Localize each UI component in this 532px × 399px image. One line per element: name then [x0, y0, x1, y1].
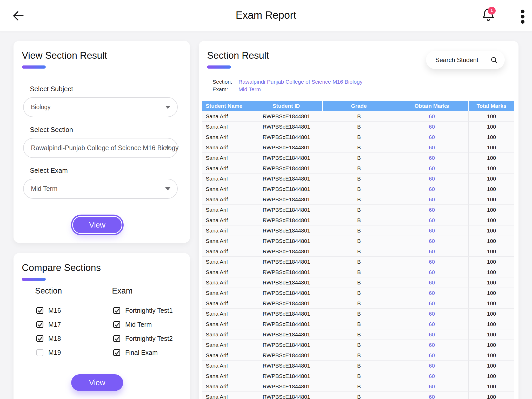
cell-obtain-marks[interactable]: 60 [395, 225, 469, 236]
table-row: Sana Arif RWPBScE1844801 B 60 100 [202, 246, 514, 257]
checkbox-row: Fortnightly Test1 [113, 307, 173, 314]
checkbox[interactable] [36, 349, 43, 356]
cell-obtain-marks[interactable]: 60 [395, 122, 469, 132]
cell-total-marks: 100 [469, 340, 514, 350]
cell-student-name: Sana Arif [202, 267, 250, 277]
cell-obtain-marks[interactable]: 60 [395, 205, 469, 215]
cell-grade: B [323, 267, 395, 277]
cell-obtain-marks[interactable]: 60 [395, 350, 469, 360]
checkbox[interactable] [36, 321, 43, 328]
cell-student-id: RWPBScE1844801 [250, 163, 323, 173]
cell-obtain-marks[interactable]: 60 [395, 236, 469, 246]
meta-value-link[interactable]: Mid Term [238, 85, 261, 93]
cell-obtain-marks[interactable]: 60 [395, 288, 469, 298]
checkbox-label: M16 [48, 307, 61, 314]
select-dropdown[interactable]: Mid Term [23, 179, 178, 199]
cell-grade: B [323, 350, 395, 360]
search-input[interactable] [435, 56, 490, 64]
cell-student-id: RWPBScE1844801 [250, 184, 323, 194]
cell-grade: B [323, 371, 395, 381]
select-field: Select Section Rawalpindi-Punjab College… [23, 126, 178, 158]
cell-grade: B [323, 236, 395, 246]
cell-obtain-marks[interactable]: 60 [395, 174, 469, 184]
cell-obtain-marks[interactable]: 60 [395, 298, 469, 308]
cell-obtain-marks[interactable]: 60 [395, 111, 469, 121]
cell-student-id: RWPBScE1844801 [250, 122, 323, 132]
cell-grade: B [323, 277, 395, 288]
cell-grade: B [323, 122, 395, 132]
cell-grade: B [323, 163, 395, 173]
cell-obtain-marks[interactable]: 60 [395, 215, 469, 225]
kebab-dot [521, 10, 524, 13]
table-row: Sana Arif RWPBScE1844801 B 60 100 [202, 392, 514, 399]
checkbox[interactable] [36, 335, 43, 342]
checkbox[interactable] [113, 307, 120, 314]
cell-student-name: Sana Arif [202, 215, 250, 225]
cell-obtain-marks[interactable]: 60 [395, 277, 469, 288]
select-field-label: Select Subject [30, 85, 178, 93]
cell-obtain-marks[interactable]: 60 [395, 309, 469, 319]
view-section-result-button[interactable]: View [72, 216, 122, 234]
checkbox[interactable] [113, 349, 120, 356]
checkbox-row: Mid Term [113, 321, 173, 328]
checkbox[interactable] [113, 321, 120, 328]
cell-obtain-marks[interactable]: 60 [395, 392, 469, 399]
column-header: Obtain Marks [395, 101, 469, 111]
cell-obtain-marks[interactable]: 60 [395, 267, 469, 277]
table-row: Sana Arif RWPBScE1844801 B 60 100 [202, 184, 514, 194]
compare-view-button[interactable]: View [71, 374, 123, 391]
cell-total-marks: 100 [469, 381, 514, 391]
table-row: Sana Arif RWPBScE1844801 B 60 100 [202, 236, 514, 246]
top-bar: Exam Report 1 [0, 0, 532, 32]
cell-student-id: RWPBScE1844801 [250, 246, 323, 256]
exam-checkbox-list: Fortnightly Test1 Mid Term Fortnightly T… [113, 307, 173, 363]
overflow-menu-button[interactable] [520, 10, 525, 25]
cell-student-id: RWPBScE1844801 [250, 298, 323, 308]
table-row: Sana Arif RWPBScE1844801 B 60 100 [202, 142, 514, 153]
cell-total-marks: 100 [469, 142, 514, 152]
search-icon[interactable] [490, 56, 498, 64]
cell-obtain-marks[interactable]: 60 [395, 132, 469, 142]
cell-obtain-marks[interactable]: 60 [395, 142, 469, 152]
checkbox[interactable] [36, 307, 43, 314]
cell-total-marks: 100 [469, 132, 514, 142]
cell-obtain-marks[interactable]: 60 [395, 371, 469, 381]
cell-obtain-marks[interactable]: 60 [395, 246, 469, 256]
checkbox-label: M19 [48, 349, 61, 356]
cell-total-marks: 100 [469, 392, 514, 399]
cell-obtain-marks[interactable]: 60 [395, 257, 469, 267]
cell-student-name: Sana Arif [202, 257, 250, 267]
cell-student-name: Sana Arif [202, 246, 250, 256]
cell-student-id: RWPBScE1844801 [250, 194, 323, 204]
view-section-result-card: View Section Result Select Subject Biolo… [14, 41, 190, 243]
checkbox[interactable] [113, 335, 120, 342]
section-column-header: Section [35, 286, 62, 296]
select-dropdown[interactable]: Biology [23, 97, 178, 117]
cell-student-name: Sana Arif [202, 205, 250, 215]
cell-obtain-marks[interactable]: 60 [395, 361, 469, 371]
cell-student-name: Sana Arif [202, 381, 250, 391]
exam-column-header: Exam [112, 286, 132, 296]
cell-total-marks: 100 [469, 111, 514, 121]
table-row: Sana Arif RWPBScE1844801 B 60 100 [202, 319, 514, 329]
cell-obtain-marks[interactable]: 60 [395, 153, 469, 163]
cell-total-marks: 100 [469, 236, 514, 246]
cell-grade: B [323, 246, 395, 256]
cell-student-name: Sana Arif [202, 361, 250, 371]
cell-total-marks: 100 [469, 361, 514, 371]
cell-student-id: RWPBScE1844801 [250, 319, 323, 329]
cell-obtain-marks[interactable]: 60 [395, 381, 469, 391]
cell-student-name: Sana Arif [202, 298, 250, 308]
cell-obtain-marks[interactable]: 60 [395, 194, 469, 204]
cell-obtain-marks[interactable]: 60 [395, 319, 469, 329]
cell-obtain-marks[interactable]: 60 [395, 163, 469, 173]
select-dropdown[interactable]: Rawalpindi-Punjab College of Science M16… [23, 138, 178, 158]
cell-obtain-marks[interactable]: 60 [395, 184, 469, 194]
notifications-button[interactable]: 1 [481, 7, 498, 24]
cell-student-id: RWPBScE1844801 [250, 111, 323, 121]
table-row: Sana Arif RWPBScE1844801 B 60 100 [202, 298, 514, 309]
cell-total-marks: 100 [469, 298, 514, 308]
meta-value-link[interactable]: Rawalpindi-Punjab College of Science M16… [238, 78, 362, 85]
cell-obtain-marks[interactable]: 60 [395, 329, 469, 340]
cell-obtain-marks[interactable]: 60 [395, 340, 469, 350]
